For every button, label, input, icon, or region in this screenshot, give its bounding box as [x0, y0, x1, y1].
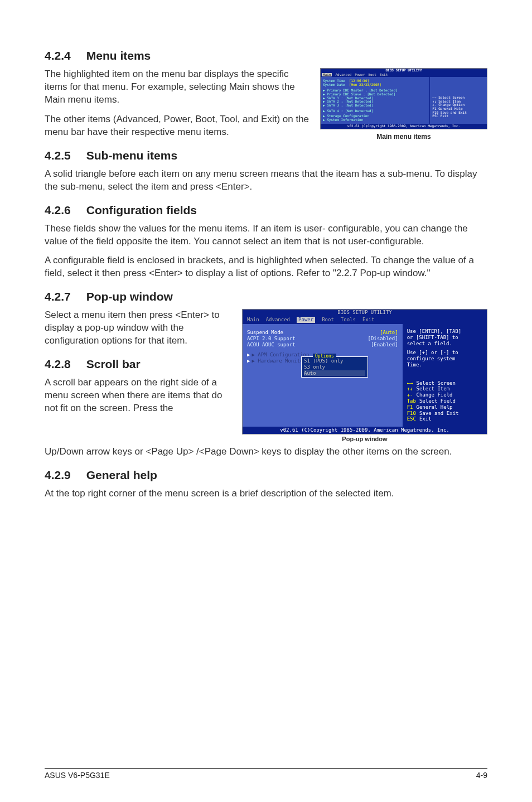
bios-mini-title: BIOS SETUP UTILITY	[321, 69, 487, 73]
bios-mini-left-panel: System Time [12:56:30] System Date [Mon …	[321, 77, 429, 124]
para-s429-1: At the top right corner of the menu scre…	[45, 487, 487, 500]
para-s425-1: A solid triangle before each item on any…	[45, 168, 487, 194]
bios-popup-tabs: Main Advanced Power Boot Tools Exit	[243, 316, 487, 324]
bios-popup-footer: v02.61 (C)Copyright 1985-2009, American …	[243, 427, 487, 434]
bios-popup-title: BIOS SETUP UTILITY	[243, 310, 487, 316]
para-s426-2: A configurable field is enclosed in brac…	[45, 254, 487, 280]
bios-mini-footer: v02.61 (C)Copyright 1985-2009, American …	[321, 124, 487, 129]
bios-mini-caption: Main menu items	[320, 133, 487, 141]
bios-popup-right-panel: Use [ENTER], [TAB] or [SHIFT-TAB] to sel…	[403, 324, 487, 427]
bios-popup-figure: BIOS SETUP UTILITY Main Advanced Power B…	[242, 309, 487, 442]
footer-left: ASUS V6-P5G31E	[45, 771, 110, 780]
bios-main-menu-figure: BIOS SETUP UTILITY Main Advanced Power B…	[320, 68, 487, 141]
heading-menu-items: 4.2.4Menu items	[45, 49, 487, 62]
footer-right: 4-9	[476, 771, 487, 780]
para-s426-1: These fields show the values for the men…	[45, 223, 487, 248]
bios-popup-caption: Pop-up window	[242, 436, 487, 442]
bios-popup-options: Options S1 (POS) only S3 only Auto	[301, 356, 368, 378]
para-s428-2: Up/Down arrow keys or <Page Up> /<Page D…	[45, 446, 487, 458]
heading-config-fields: 4.2.6Configuration fields	[45, 204, 487, 217]
bios-mini-right-panel: ←→ Select Screen ↑↓ Select Item +- Chang…	[429, 77, 487, 124]
heading-submenu-items: 4.2.5Sub-menu items	[45, 149, 487, 162]
heading-general-help: 4.2.9General help	[45, 468, 487, 482]
bios-mini-tabs: Main Advanced Power Boot Exit	[321, 73, 487, 78]
bios-popup-left-panel: Suspend Mode[Auto] ACPI 2.0 Support[Disa…	[243, 324, 403, 427]
heading-popup-window: 4.2.7Pop-up window	[45, 290, 487, 303]
page-footer: ASUS V6-P5G31E 4-9	[45, 768, 487, 780]
